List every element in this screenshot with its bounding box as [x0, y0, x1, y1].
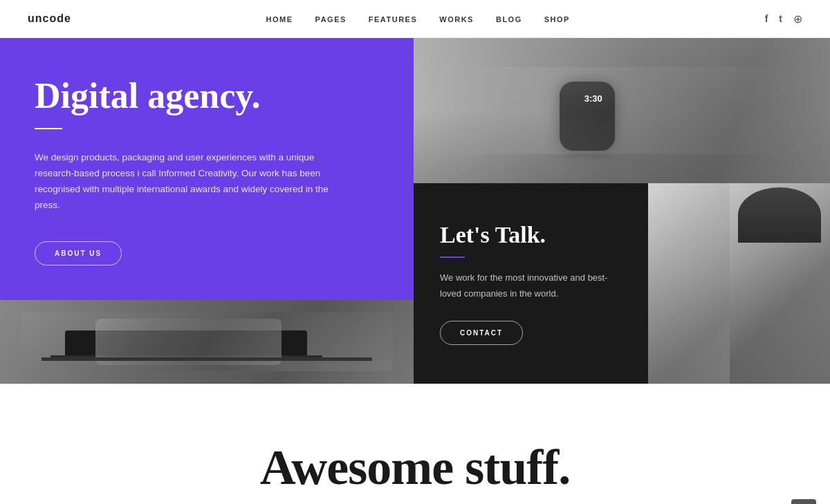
nav-link-features[interactable]: FEATURES: [369, 15, 417, 24]
nav-item-shop[interactable]: SHOP: [544, 12, 570, 25]
hero-right-bottom: Let's Talk. We work for the most innovat…: [414, 183, 830, 384]
facebook-icon[interactable]: f: [765, 13, 768, 24]
navigation: uncode HOME PAGES FEATURES WORKS BLOG SH…: [0, 0, 830, 38]
bottom-section: Awesome stuff.: [0, 384, 830, 504]
talk-divider: [440, 256, 465, 258]
awesome-title: Awesome stuff.: [28, 439, 802, 496]
contact-button[interactable]: CONTACT: [440, 321, 523, 345]
hero-left-column: Digital agency. We design products, pack…: [0, 38, 414, 384]
hero-description: We design products, packaging and user e…: [35, 150, 332, 214]
hero-title: Digital agency.: [35, 76, 379, 115]
nav-link-blog[interactable]: BLOG: [496, 15, 522, 24]
nav-links: HOME PAGES FEATURES WORKS BLOG SHOP: [266, 12, 570, 25]
scroll-top-button[interactable]: [791, 499, 816, 504]
about-us-button[interactable]: ABOUT US: [35, 241, 122, 265]
people-image: [648, 183, 830, 384]
nav-link-home[interactable]: HOME: [266, 15, 293, 24]
nav-item-pages[interactable]: PAGES: [315, 12, 347, 25]
lets-talk-panel: Let's Talk. We work for the most innovat…: [414, 183, 648, 384]
hero-right-column: 3:30 Let's Talk. We work for the most in…: [414, 38, 830, 384]
social-links: f t ⊕: [765, 12, 802, 26]
purple-panel: Digital agency. We design products, pack…: [0, 38, 414, 300]
nav-link-works[interactable]: WORKS: [439, 15, 474, 24]
talk-description: We work for the most innovative and best…: [440, 270, 622, 301]
hero-divider: [35, 128, 62, 129]
nav-item-features[interactable]: FEATURES: [369, 12, 417, 25]
laptop-visual: [0, 300, 414, 384]
nav-item-blog[interactable]: BLOG: [496, 12, 522, 25]
nav-item-works[interactable]: WORKS: [439, 12, 474, 25]
logo[interactable]: uncode: [28, 12, 71, 25]
nav-link-pages[interactable]: PAGES: [315, 15, 347, 24]
twitter-icon[interactable]: t: [779, 13, 782, 24]
laptop-image: [0, 300, 414, 384]
hero-section: Digital agency. We design products, pack…: [0, 38, 830, 384]
talk-title: Let's Talk.: [440, 222, 622, 248]
watch-image: 3:30: [414, 38, 830, 183]
nav-link-shop[interactable]: SHOP: [544, 15, 570, 24]
settings-icon[interactable]: ⊕: [793, 12, 802, 26]
nav-item-home[interactable]: HOME: [266, 12, 293, 25]
